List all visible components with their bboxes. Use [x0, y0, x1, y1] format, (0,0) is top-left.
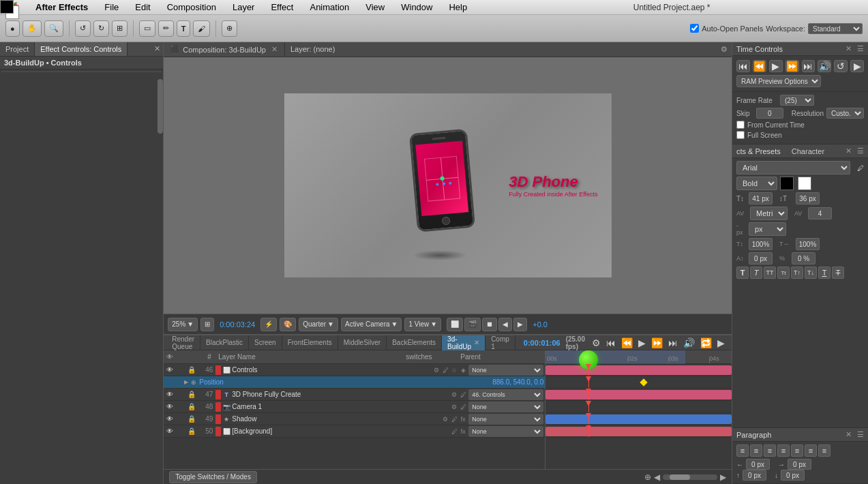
- ram-preview-dropdown[interactable]: RAM Preview Options: [736, 75, 821, 87]
- auto-open-panels-checkbox[interactable]: [690, 24, 699, 33]
- char-vert-scale-field[interactable]: [749, 238, 773, 250]
- layer-48-solo[interactable]: [176, 402, 185, 412]
- tc-ram-preview[interactable]: ▶: [850, 60, 864, 72]
- ls-46-2[interactable]: 🖊: [441, 366, 449, 374]
- layer-48-color[interactable]: [215, 402, 221, 412]
- layer-47-vis[interactable]: 👁: [165, 390, 175, 399]
- tl-btn-first[interactable]: ⏮: [605, 336, 617, 350]
- layer-46-lock[interactable]: 🔒: [187, 365, 196, 375]
- char-tsume-field[interactable]: [792, 252, 815, 264]
- csb-smallcaps[interactable]: Tt: [777, 267, 790, 279]
- ls-48-1[interactable]: ⚙: [450, 403, 458, 411]
- ls-50-1[interactable]: 🖊: [450, 427, 458, 436]
- paragraph-menu[interactable]: ☰: [857, 430, 864, 439]
- layer-48-parent[interactable]: None: [468, 402, 543, 412]
- char-leading-field[interactable]: [796, 192, 820, 205]
- layer-50-solo[interactable]: [176, 427, 185, 436]
- tl-tab-middle-silver[interactable]: MiddleSilver: [338, 335, 387, 350]
- layer-46-name[interactable]: Controls: [232, 366, 431, 374]
- csb-sub[interactable]: T↓: [805, 267, 817, 279]
- vc-btn-c[interactable]: ⏹: [482, 318, 497, 331]
- tl-tab-3d-buildup[interactable]: 3d-BuildUp ✕: [442, 335, 485, 350]
- timeline-scrollbar[interactable]: [663, 474, 717, 480]
- tl-btn-last[interactable]: ⏭: [667, 336, 679, 350]
- toolbar-tool-2[interactable]: ✋: [23, 20, 42, 37]
- menu-help[interactable]: Help: [446, 1, 470, 14]
- layer-50-lock[interactable]: 🔒: [187, 427, 196, 436]
- expand-btn[interactable]: ⊕: [644, 472, 651, 482]
- layer-49-color[interactable]: [215, 414, 221, 424]
- tl-btn-options[interactable]: ⚙: [590, 336, 602, 350]
- para-align-left[interactable]: ≡: [736, 444, 749, 457]
- layer-49-name[interactable]: Shadow: [232, 415, 440, 423]
- ram-frame-rate-dropdown[interactable]: (25): [780, 95, 814, 106]
- char-eyedropper[interactable]: 🖊: [857, 164, 864, 172]
- layer-47-name[interactable]: 3D Phone Fully Create: [232, 391, 449, 398]
- toolbar-rect[interactable]: ▭: [139, 20, 155, 37]
- vc-snap-btn[interactable]: ⚡: [260, 318, 277, 331]
- para-indent-left-field[interactable]: [746, 459, 770, 470]
- layer-48-lock[interactable]: 🔒: [187, 402, 196, 412]
- layer-46-parent[interactable]: None: [468, 365, 543, 376]
- tl-btn-play[interactable]: ▶: [637, 336, 647, 350]
- tl-current-time[interactable]: 0:00:01:06: [524, 339, 560, 347]
- char-px-dropdown[interactable]: px: [749, 222, 786, 236]
- char-color-white-swatch[interactable]: [798, 177, 811, 190]
- vc-btn-e[interactable]: ▶: [513, 318, 527, 331]
- csb-super[interactable]: T↑: [791, 267, 803, 279]
- tl-btn-audio[interactable]: 🔊: [682, 336, 696, 350]
- layer-49-parent[interactable]: None: [468, 414, 543, 425]
- csb-italic[interactable]: T: [750, 267, 762, 279]
- layer-49-solo[interactable]: [176, 414, 185, 424]
- char-font-dropdown[interactable]: Arial: [736, 161, 850, 175]
- tl-work-area[interactable]: [545, 350, 685, 364]
- tl-tab-screen[interactable]: Screen: [249, 335, 282, 350]
- char-color-swatch[interactable]: [780, 177, 794, 190]
- tl-tab-close[interactable]: ✕: [474, 339, 479, 346]
- ls-48-2[interactable]: 🖊: [459, 403, 467, 411]
- layer-48-vis[interactable]: 👁: [165, 402, 175, 412]
- ls-47-2[interactable]: 🖊: [459, 391, 467, 399]
- character-menu[interactable]: ☰: [857, 147, 864, 155]
- toolbar-paint[interactable]: 🖌: [193, 20, 210, 37]
- tl-tab-blackplastic[interactable]: BlackPlastic: [200, 335, 249, 350]
- char-size-field[interactable]: [749, 192, 773, 205]
- toolbar-text[interactable]: T: [177, 20, 191, 37]
- toolbar-tool-5[interactable]: ↻: [93, 20, 109, 37]
- layer-46-vis[interactable]: 👁: [165, 365, 175, 375]
- menu-edit[interactable]: Edit: [132, 1, 153, 14]
- csb-underline[interactable]: T: [818, 267, 830, 279]
- toolbar-tool-3[interactable]: 🔍: [44, 20, 63, 37]
- toolbar-grid[interactable]: ⊞: [112, 20, 128, 37]
- menu-animation[interactable]: Animation: [307, 1, 352, 14]
- toolbar-puppet[interactable]: ⊕: [222, 20, 237, 37]
- para-justify-left[interactable]: ≡: [777, 444, 790, 457]
- time-controls-close[interactable]: ✕: [845, 44, 852, 53]
- ram-skip-field[interactable]: [756, 108, 783, 119]
- comp-tab-close[interactable]: ✕: [271, 45, 278, 54]
- ram-resolution-dropdown[interactable]: Custo...: [826, 108, 864, 119]
- layer-50-name[interactable]: [Background]: [232, 427, 449, 435]
- menu-composition[interactable]: Composition: [164, 1, 219, 14]
- tl-tab-comp1[interactable]: Comp 1: [485, 335, 515, 350]
- tl-tab-render-queue[interactable]: Render Queue: [166, 335, 200, 350]
- layer-47-color[interactable]: [215, 390, 221, 399]
- vc-view-dropdown[interactable]: 1 View ▼: [404, 318, 441, 331]
- ls-49-1[interactable]: ⚙: [441, 415, 449, 423]
- ls-47-1[interactable]: ⚙: [450, 391, 458, 399]
- ls-46-4[interactable]: ◈: [459, 366, 467, 374]
- workspace-dropdown[interactable]: Standard: [808, 23, 863, 34]
- scroll-thumb[interactable]: [158, 79, 163, 134]
- layer-50-parent[interactable]: None: [468, 426, 543, 437]
- menu-effect[interactable]: Effect: [268, 1, 296, 14]
- csb-strike[interactable]: T: [832, 267, 844, 279]
- position-value[interactable]: 886.0, 540.0, 0.0: [492, 378, 543, 386]
- layer-50-color[interactable]: [215, 427, 221, 436]
- para-justify-full[interactable]: ≡: [818, 444, 830, 457]
- toolbar-pen[interactable]: ✏: [158, 20, 174, 37]
- para-indent-right-field[interactable]: [788, 459, 811, 470]
- tab-project[interactable]: Project: [0, 42, 35, 56]
- paragraph-close[interactable]: ✕: [845, 430, 852, 439]
- tl-btn-prev[interactable]: ⏪: [620, 336, 634, 350]
- char-color-front[interactable]: [0, 0, 14, 14]
